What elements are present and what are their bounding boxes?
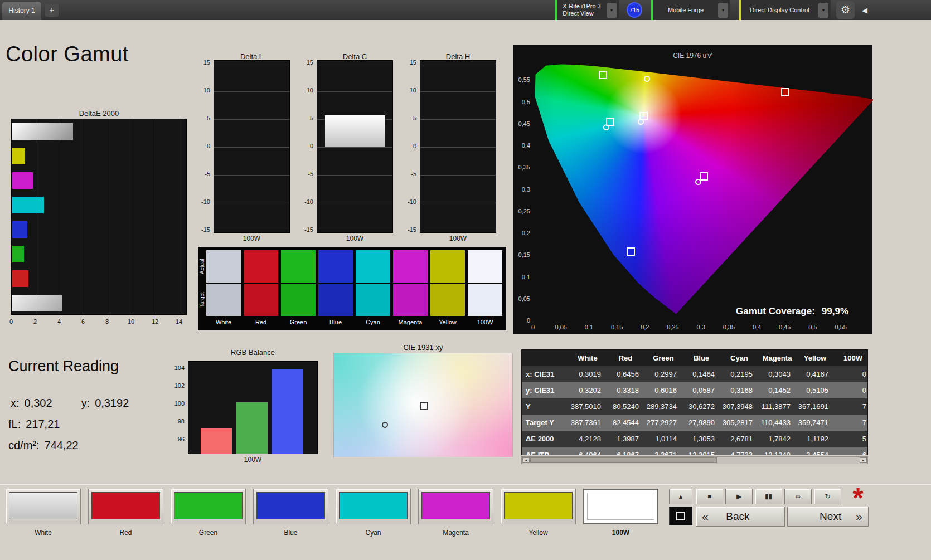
patch-button-blue[interactable] <box>253 489 328 524</box>
table-row-x-cie31[interactable]: x: CIE310,30190,64560,29970,14640,21950,… <box>522 366 867 382</box>
tab-history-1[interactable]: History 1 <box>2 2 41 20</box>
table-row-target-y[interactable]: Target Y387,736182,4544277,292727,989030… <box>522 415 867 431</box>
patch-color <box>91 492 160 519</box>
grid-line <box>214 91 289 92</box>
grid-line <box>420 91 496 92</box>
delta-y-axis-label: -15 <box>295 226 313 233</box>
patch-button-magenta[interactable] <box>418 489 493 524</box>
reading-cd: cd/m²:744,22 <box>8 439 79 452</box>
meter-name: X-Rite i1Pro 3 Direct View <box>557 3 605 17</box>
deltae-x-axis-label: 6 <box>76 318 90 325</box>
collapse-panel-arrow-icon[interactable]: ◀ <box>862 6 867 14</box>
patch-button-100w[interactable] <box>583 489 658 524</box>
transport-pause-icon-button[interactable]: ▮▮ <box>755 489 782 504</box>
table-cell: 0 <box>834 382 868 398</box>
rgb-bar-red <box>201 428 232 454</box>
chevron-down-icon[interactable]: ▼ <box>818 3 828 18</box>
cie1931-panel <box>333 353 513 457</box>
table-row--e-2000[interactable]: ΔE 20004,21281,39871,01141,30532,67811,7… <box>522 431 867 447</box>
scroll-left-icon[interactable]: ◄ <box>522 457 530 463</box>
cie-y-axis-label: 0 <box>513 317 530 324</box>
back-button[interactable]: « Back <box>696 507 785 527</box>
patch-button-cyan[interactable] <box>336 489 411 524</box>
cie1976-title: CIE 1976 u'v' <box>513 52 872 60</box>
pattern-window-button[interactable] <box>669 507 692 525</box>
column-header: Magenta <box>758 350 796 366</box>
actual-swatch <box>468 250 502 283</box>
delta-y-axis-label: 5 <box>399 115 416 121</box>
table-row-y[interactable]: Y387,501080,5240289,373430,6272307,39481… <box>522 398 867 415</box>
deltae-bar-magenta <box>12 172 33 189</box>
actual-swatch <box>318 250 353 283</box>
table-cell: 82,4544 <box>607 415 644 431</box>
swatch-label: Yellow <box>430 319 465 325</box>
bottom-bar: « Back Next » WhiteRedGreenBlueCyanMagen… <box>0 484 931 560</box>
page-title: Color Gamut <box>6 42 129 66</box>
scroll-right-icon[interactable]: ► <box>860 457 867 463</box>
patch-button-green[interactable] <box>171 489 246 524</box>
actual-swatch <box>206 250 241 283</box>
transport-play-icon-button[interactable]: ▶ <box>725 489 753 504</box>
delta-chart-panel <box>420 60 496 233</box>
pattern-up-button[interactable]: ▲ <box>669 489 692 504</box>
delta-chart-title: Delta H <box>420 52 496 61</box>
grid-line <box>214 147 289 148</box>
meter-selector[interactable]: X-Rite i1Pro 3 Direct View ▼ <box>555 0 619 20</box>
delta-y-axis-label: -5 <box>295 171 313 177</box>
table-cell: 6,4964 <box>569 447 607 455</box>
patch-label: Magenta <box>418 529 493 537</box>
delta-y-axis-label: 0 <box>295 143 313 149</box>
patch-label: Cyan <box>336 529 411 537</box>
deltae-bar-red <box>12 270 28 287</box>
target-swatch <box>430 284 465 316</box>
patch-color <box>504 492 573 519</box>
swatch-column-blue: Blue <box>318 250 353 325</box>
transport-loop-icon-button[interactable]: ∞ <box>784 489 812 504</box>
table-horizontal-scrollbar[interactable]: ◄ ► <box>521 456 868 464</box>
target-swatch <box>318 284 353 316</box>
patch-label: Red <box>88 529 163 537</box>
table-cell: 3,3671 <box>644 447 682 455</box>
target-swatch <box>468 284 502 316</box>
swatch-row-label: Target <box>198 284 206 316</box>
patch-button-yellow[interactable] <box>501 489 576 524</box>
gamut-coverage: Gamut Coverage:99,9% <box>736 306 848 317</box>
delta-y-axis-label: 15 <box>295 59 313 66</box>
patch-button-white[interactable] <box>6 489 81 524</box>
table-row-y-cie31[interactable]: y: CIE310,32020,33180,60160,05870,31680,… <box>522 382 867 398</box>
table-row--e-itp[interactable]: ΔE ITP6,49646,18673,367112,30154,773312,… <box>522 447 867 455</box>
display-control-selector[interactable]: Direct Display Control ▼ <box>739 0 831 20</box>
transport-refresh-icon-button[interactable]: ↻ <box>814 489 841 504</box>
table-cell: 7 <box>834 398 868 415</box>
grid-line <box>420 64 496 64</box>
settings-button[interactable]: ⚙ <box>836 1 855 19</box>
reading-fl-label: fL: <box>8 418 21 430</box>
patch-button-red[interactable] <box>88 489 163 524</box>
chevron-down-icon[interactable]: ▼ <box>607 3 617 18</box>
swatch-column-magenta: Magenta <box>393 250 428 325</box>
table-cell: 1,7842 <box>758 431 796 447</box>
transport-stop-icon-button[interactable]: ■ <box>696 489 723 504</box>
cie-y-axis-label: 0,5 <box>513 99 530 105</box>
delta-x-axis-label: 100W <box>214 235 290 242</box>
delta-y-axis-label: -15 <box>192 226 210 233</box>
cie-x-axis-label: 0 <box>521 324 545 330</box>
rgb-x-axis-label: 100W <box>188 456 318 464</box>
meter-count-badge: 715 <box>627 2 642 18</box>
add-tab-button[interactable]: + <box>45 4 59 17</box>
cie-x-axis-label: 0,55 <box>828 324 853 330</box>
grid-line <box>420 147 496 148</box>
table-cell: 0,1464 <box>682 366 720 382</box>
scrollbar-thumb[interactable] <box>530 457 717 463</box>
source-selector[interactable]: Mobile Forge ▼ <box>651 0 730 20</box>
actual-swatch <box>430 250 465 283</box>
column-header: 100W <box>834 350 868 366</box>
magenta-measured-marker <box>695 179 701 185</box>
table-cell: 1,0114 <box>644 431 682 447</box>
display-control-name: Direct Display Control <box>745 7 814 14</box>
chevron-down-icon[interactable]: ▼ <box>718 3 728 18</box>
cie-x-axis-label: 0,1 <box>576 324 601 330</box>
table-cell: 4,2128 <box>569 431 607 447</box>
back-label: Back <box>714 510 762 523</box>
swatch-label: Magenta <box>393 319 428 325</box>
